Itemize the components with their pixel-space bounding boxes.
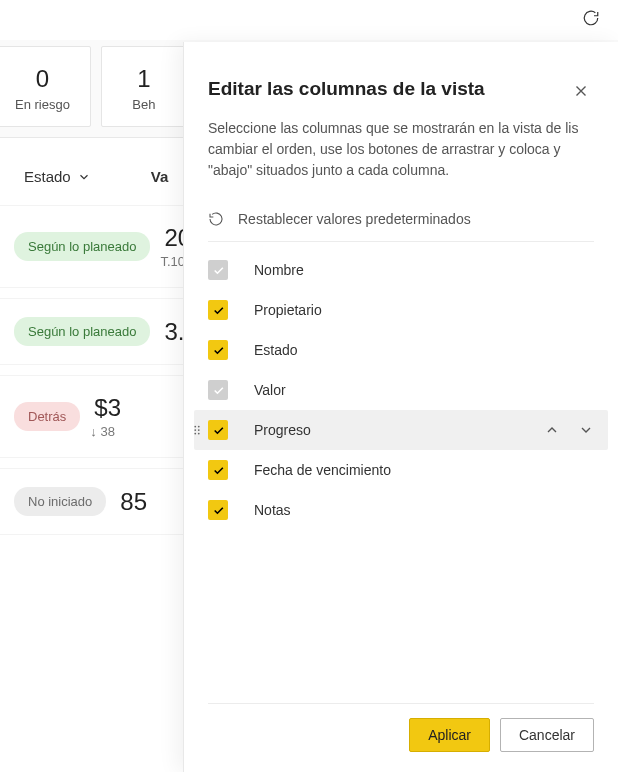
column-header-valor[interactable]: Va	[151, 168, 169, 185]
row-value: $3	[94, 394, 121, 422]
checkbox-icon	[208, 420, 228, 440]
panel-header: Editar las columnas de la vista	[184, 42, 618, 118]
panel-title: Editar las columnas de la vista	[208, 78, 485, 100]
column-item-estado[interactable]: Estado	[194, 330, 608, 370]
kpi-label: Beh	[122, 97, 166, 112]
svg-point-5	[198, 433, 200, 435]
status-badge: Detrás	[14, 402, 80, 431]
panel-footer: Aplicar Cancelar	[184, 704, 618, 772]
reset-defaults-button[interactable]: Restablecer valores predeterminados	[184, 197, 618, 241]
svg-point-0	[194, 426, 196, 428]
status-badge: No iniciado	[14, 487, 106, 516]
checkbox-icon	[208, 380, 228, 400]
column-label: Propietario	[254, 302, 322, 318]
checkbox-icon	[208, 460, 228, 480]
kpi-value: 0	[15, 65, 70, 93]
column-item-progreso[interactable]: Progreso	[194, 410, 608, 450]
column-item-notas[interactable]: Notas	[194, 490, 608, 530]
panel-description: Seleccione las columnas que se mostrarán…	[184, 118, 618, 197]
checkbox-icon	[208, 500, 228, 520]
svg-point-2	[194, 429, 196, 431]
column-label: Notas	[254, 502, 291, 518]
kpi-value: 1	[122, 65, 166, 93]
column-label: Progreso	[254, 422, 311, 438]
close-icon[interactable]	[572, 78, 590, 104]
column-list: Nombre Propietario Estado Valor	[184, 242, 618, 703]
column-label: Estado	[254, 342, 298, 358]
status-badge: Según lo planeado	[14, 317, 150, 346]
status-badge: Según lo planeado	[14, 232, 150, 261]
edit-columns-panel: Editar las columnas de la vista Seleccio…	[183, 42, 618, 772]
checkbox-icon	[208, 260, 228, 280]
column-header-estado[interactable]: Estado	[24, 168, 91, 185]
column-item-valor[interactable]: Valor	[194, 370, 608, 410]
column-label: Valor	[254, 382, 286, 398]
svg-point-3	[198, 429, 200, 431]
top-bar	[0, 0, 618, 40]
svg-point-1	[198, 426, 200, 428]
cancel-button[interactable]: Cancelar	[500, 718, 594, 752]
chevron-down-icon	[77, 170, 91, 184]
checkbox-icon	[208, 340, 228, 360]
row-value: 85	[120, 488, 147, 516]
checkbox-icon	[208, 300, 228, 320]
refresh-icon[interactable]	[582, 9, 600, 31]
move-down-icon[interactable]	[578, 422, 594, 438]
drag-handle-icon[interactable]	[190, 423, 204, 437]
column-label: Nombre	[254, 262, 304, 278]
svg-point-4	[194, 433, 196, 435]
apply-button[interactable]: Aplicar	[409, 718, 490, 752]
column-item-nombre[interactable]: Nombre	[194, 250, 608, 290]
row-sub: ↓ 38	[90, 424, 121, 439]
move-up-icon[interactable]	[544, 422, 560, 438]
reset-icon	[208, 211, 224, 227]
column-item-propietario[interactable]: Propietario	[194, 290, 608, 330]
kpi-card-at-risk[interactable]: 0 En riesgo	[0, 46, 91, 127]
column-label: Fecha de vencimiento	[254, 462, 391, 478]
column-item-fecha[interactable]: Fecha de vencimiento	[194, 450, 608, 490]
kpi-label: En riesgo	[15, 97, 70, 112]
kpi-card-behind[interactable]: 1 Beh	[101, 46, 187, 127]
